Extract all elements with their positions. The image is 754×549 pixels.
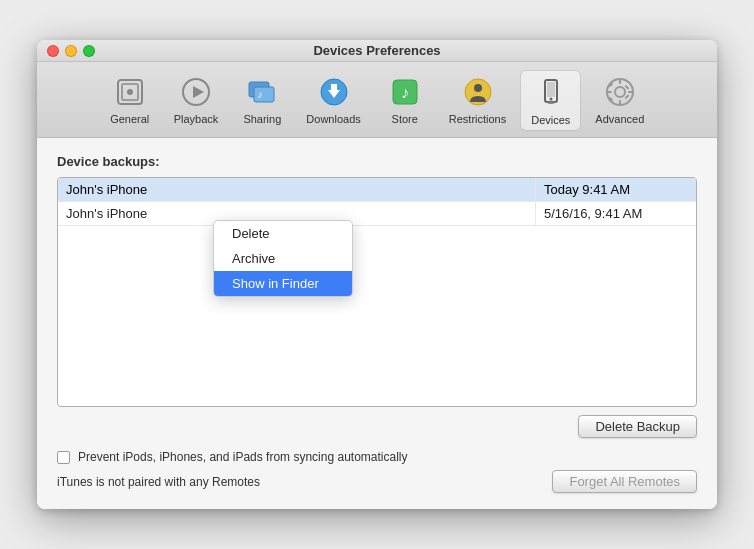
table-row[interactable]: John's iPhone 5/16/16, 9:41 AM	[58, 202, 696, 226]
svg-rect-27	[624, 85, 629, 90]
toolbar: General Playback ♪ Sharing	[37, 62, 717, 138]
toolbar-item-store[interactable]: ♪ Store	[375, 70, 435, 131]
toolbar-item-general[interactable]: General	[100, 70, 160, 131]
toolbar-label-playback: Playback	[174, 113, 219, 125]
svg-point-2	[127, 89, 133, 95]
toolbar-label-general: General	[110, 113, 149, 125]
toolbar-item-advanced[interactable]: Advanced	[585, 70, 654, 131]
section-label: Device backups:	[57, 154, 697, 169]
remotes-text: iTunes is not paired with any Remotes	[57, 475, 260, 489]
window-controls	[47, 45, 95, 57]
delete-backup-button[interactable]: Delete Backup	[578, 415, 697, 438]
svg-point-20	[615, 87, 625, 97]
window-title: Devices Preferences	[313, 43, 440, 58]
general-icon	[112, 74, 148, 110]
close-button[interactable]	[47, 45, 59, 57]
minimize-button[interactable]	[65, 45, 77, 57]
restrictions-icon	[460, 74, 496, 110]
footer: Prevent iPods, iPhones, and iPads from s…	[57, 450, 697, 493]
titlebar: Devices Preferences	[37, 40, 717, 62]
svg-marker-4	[193, 86, 204, 98]
backup-date: Today 9:41 AM	[536, 178, 696, 201]
remotes-row: iTunes is not paired with any Remotes Fo…	[57, 470, 697, 493]
toolbar-label-store: Store	[392, 113, 418, 125]
toolbar-item-downloads[interactable]: Downloads	[296, 70, 370, 131]
svg-rect-16	[547, 82, 555, 97]
prevent-sync-row: Prevent iPods, iPhones, and iPads from s…	[57, 450, 697, 464]
toolbar-item-playback[interactable]: Playback	[164, 70, 229, 131]
svg-rect-24	[628, 91, 633, 93]
backups-table: John's iPhone Today 9:41 AM John's iPhon…	[57, 177, 697, 407]
main-content: Device backups: John's iPhone Today 9:41…	[37, 138, 717, 509]
preferences-window: Devices Preferences General Playba	[37, 40, 717, 509]
toolbar-label-downloads: Downloads	[306, 113, 360, 125]
svg-rect-21	[619, 79, 621, 84]
backup-date: 5/16/16, 9:41 AM	[536, 202, 696, 225]
advanced-icon	[602, 74, 638, 110]
context-menu-item-show-finder[interactable]: Show in Finder	[214, 271, 352, 296]
prevent-sync-label: Prevent iPods, iPhones, and iPads from s…	[78, 450, 408, 464]
svg-rect-23	[607, 91, 612, 93]
svg-rect-22	[619, 100, 621, 105]
context-menu: Delete Archive Show in Finder	[213, 220, 353, 297]
toolbar-item-restrictions[interactable]: Restrictions	[439, 70, 516, 131]
context-menu-item-delete[interactable]: Delete	[214, 221, 352, 246]
svg-rect-28	[624, 94, 629, 99]
svg-rect-18	[548, 102, 554, 104]
svg-text:♪: ♪	[401, 84, 409, 101]
context-menu-item-archive[interactable]: Archive	[214, 246, 352, 271]
toolbar-label-devices: Devices	[531, 114, 570, 126]
table-row[interactable]: John's iPhone Today 9:41 AM	[58, 178, 696, 202]
downloads-icon	[316, 74, 352, 110]
toolbar-item-sharing[interactable]: ♪ Sharing	[232, 70, 292, 131]
backup-name: John's iPhone	[58, 178, 536, 201]
toolbar-label-advanced: Advanced	[595, 113, 644, 125]
maximize-button[interactable]	[83, 45, 95, 57]
forget-remotes-button[interactable]: Forget All Remotes	[552, 470, 697, 493]
sharing-icon: ♪	[244, 74, 280, 110]
toolbar-label-restrictions: Restrictions	[449, 113, 506, 125]
button-row: Delete Backup	[57, 415, 697, 438]
svg-point-17	[549, 98, 552, 101]
toolbar-item-devices[interactable]: Devices	[520, 70, 581, 131]
store-icon: ♪	[387, 74, 423, 110]
svg-text:♪: ♪	[258, 89, 263, 100]
playback-icon	[178, 74, 214, 110]
prevent-sync-checkbox[interactable]	[57, 451, 70, 464]
svg-rect-10	[331, 84, 337, 92]
toolbar-label-sharing: Sharing	[243, 113, 281, 125]
devices-icon	[533, 75, 569, 111]
svg-point-14	[474, 84, 482, 92]
